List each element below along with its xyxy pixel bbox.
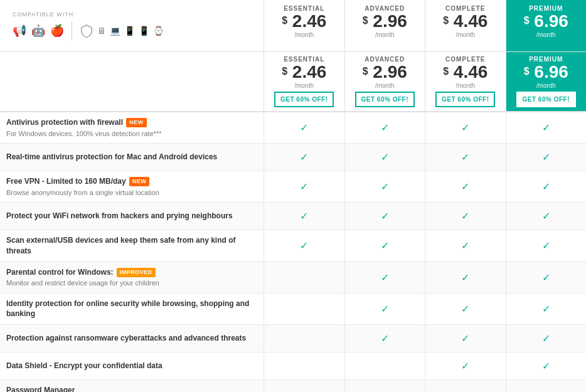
feature-title: Password Manager — [6, 385, 257, 392]
feature-cell-5: Parental control for Windows:IMPROVEDMon… — [0, 262, 264, 293]
feature-row: Scan external/USB devices and keep them … — [0, 230, 586, 262]
check-cell-6-3: ✓ — [506, 294, 587, 325]
feature-cell-3: Protect your WiFi network from hackers a… — [0, 203, 264, 230]
watch-icon: ⌚ — [153, 26, 164, 36]
essential-price: $ 2.46 — [267, 12, 342, 31]
feature-row: Free VPN - Limited to 160 MB/dayNEWBrows… — [0, 171, 586, 203]
feature-row: Antivirus protection with firewallNEWFor… — [0, 112, 586, 144]
sticky-premium-price: $ 6.96 — [509, 63, 584, 82]
check-cell-6-2: ✓ — [425, 294, 506, 325]
feature-title: Scan external/USB devices and keep them … — [6, 235, 257, 257]
advanced-month: /month — [348, 31, 423, 38]
feature-title: Real-time antivirus protection for Mac a… — [6, 152, 257, 162]
advanced-cta-button[interactable]: GET 60% OFF! — [355, 92, 415, 107]
check-cell-7-2: ✓ — [425, 325, 506, 352]
checkmark-icon: ✓ — [300, 122, 308, 134]
checkmark-icon: ✓ — [461, 360, 469, 372]
checkmark-icon: ✓ — [542, 210, 550, 222]
feature-row: Data Shield - Encrypt your confidential … — [0, 352, 586, 380]
feature-desc: For Windows devices. 100% virus detectio… — [6, 129, 257, 138]
checkmark-icon: ✓ — [542, 360, 550, 372]
check-cell-2-0: ✓ — [264, 171, 344, 202]
complete-price: $ 4.46 — [428, 12, 503, 31]
checkmark-icon: ✓ — [381, 210, 389, 222]
essential-month: /month — [267, 31, 342, 38]
complete-month: /month — [428, 31, 503, 38]
checkmark-icon: ✓ — [381, 303, 389, 315]
checkmark-icon: ✓ — [461, 272, 469, 283]
checkmark-icon: ✓ — [381, 122, 389, 134]
feature-cell-7: Protection against ransomware cyberattac… — [0, 325, 264, 352]
check-cell-6-1: ✓ — [344, 294, 425, 325]
feature-title: Parental control for Windows:IMPROVED — [6, 267, 257, 278]
check-cell-0-0: ✓ — [264, 112, 344, 143]
checkmark-icon: ✓ — [300, 181, 308, 193]
compat-label: COMPATIBLE WITH: — [13, 11, 251, 18]
checkmark-icon: ✓ — [381, 240, 389, 252]
sticky-essential-price: $ 2.46 — [267, 63, 342, 82]
compat-icons: 📢 🤖 🍎 🖥 💻 📱 📱 ⌚ — [13, 21, 251, 40]
plan-premium-header: PREMIUM $ 6.96 /month — [506, 0, 587, 51]
check-cell-3-2: ✓ — [425, 203, 506, 230]
feature-cell-2: Free VPN - Limited to 160 MB/dayNEWBrows… — [0, 171, 264, 202]
checkmark-icon: ✓ — [461, 389, 469, 392]
sticky-features-empty — [0, 52, 264, 111]
premium-month: /month — [509, 31, 584, 38]
feature-cell-6: Identity protection for online security … — [0, 294, 264, 325]
check-cell-9-3: ✓ — [506, 380, 587, 392]
feature-desc: Monitor and restrict device usage for yo… — [6, 278, 257, 287]
check-cell-3-3: ✓ — [506, 203, 587, 230]
feature-row: Protect your WiFi network from hackers a… — [0, 203, 586, 230]
checkmark-icon: ✓ — [542, 303, 550, 315]
check-cell-8-1 — [344, 352, 425, 379]
feature-title: Protection against ransomware cyberattac… — [6, 333, 257, 344]
premium-price: $ 6.96 — [509, 12, 584, 31]
feature-row: Identity protection for online security … — [0, 294, 586, 326]
check-cell-5-3: ✓ — [506, 262, 587, 293]
feature-cell-9: Password ManagerSecure and manage all yo… — [0, 380, 264, 392]
check-cell-3-1: ✓ — [344, 203, 425, 230]
complete-cta-button[interactable]: GET 60% OFF! — [435, 92, 495, 107]
checkmark-icon: ✓ — [542, 151, 550, 163]
check-cell-7-1: ✓ — [344, 325, 425, 352]
plan-advanced-header: ADVANCED $ 2.96 /month — [344, 0, 425, 51]
feature-badge: IMPROVED — [117, 268, 156, 277]
feature-row: Protection against ransomware cyberattac… — [0, 325, 586, 352]
check-cell-0-2: ✓ — [425, 112, 506, 143]
feature-badge: NEW — [126, 118, 147, 127]
device-icons: 🖥 💻 📱 📱 ⌚ — [80, 24, 164, 38]
feature-cell-4: Scan external/USB devices and keep them … — [0, 230, 264, 262]
sticky-essential: ESSENTIAL $ 2.46 /month GET 60% OFF! — [264, 52, 344, 111]
check-cell-9-1 — [344, 380, 425, 392]
checkmark-icon: ✓ — [381, 181, 389, 193]
essential-cta-button[interactable]: GET 60% OFF! — [274, 92, 334, 107]
windows-icon: 📢 — [13, 24, 26, 38]
feature-title: Antivirus protection with firewallNEW — [6, 117, 257, 128]
tablet-icon: 📱 — [124, 26, 135, 36]
sticky-premium: PREMIUM $ 6.96 /month GET 60% OFF! — [506, 52, 587, 111]
checkmark-icon: ✓ — [300, 210, 308, 222]
feature-desc: Browse anonymously from a single virtual… — [6, 188, 257, 197]
check-cell-7-0 — [264, 325, 344, 352]
check-cell-0-3: ✓ — [506, 112, 587, 143]
checkmark-icon: ✓ — [461, 122, 469, 134]
check-cell-1-2: ✓ — [425, 144, 506, 171]
check-cell-4-2: ✓ — [425, 230, 506, 262]
feature-badge: NEW — [129, 177, 150, 186]
check-cell-3-0: ✓ — [264, 203, 344, 230]
check-cell-5-2: ✓ — [425, 262, 506, 293]
feature-title: Data Shield - Encrypt your confidential … — [6, 361, 257, 371]
feature-row: Parental control for Windows:IMPROVEDMon… — [0, 262, 586, 294]
feature-cell-1: Real-time antivirus protection for Mac a… — [0, 144, 264, 171]
feature-rows: Antivirus protection with firewallNEWFor… — [0, 112, 586, 392]
feature-cell-0: Antivirus protection with firewallNEWFor… — [0, 112, 264, 143]
plan-essential-header: ESSENTIAL $ 2.46 /month — [264, 0, 344, 51]
checkmark-icon: ✓ — [300, 240, 308, 252]
checkmark-icon: ✓ — [461, 181, 469, 193]
check-cell-8-2: ✓ — [425, 352, 506, 379]
sticky-complete-month: /month — [428, 82, 503, 89]
premium-cta-button[interactable]: GET 60% OFF! — [516, 92, 576, 107]
sticky-advanced-price: $ 2.96 — [348, 63, 423, 82]
sticky-premium-month: /month — [509, 82, 584, 89]
phone-icon: 📱 — [139, 26, 149, 36]
